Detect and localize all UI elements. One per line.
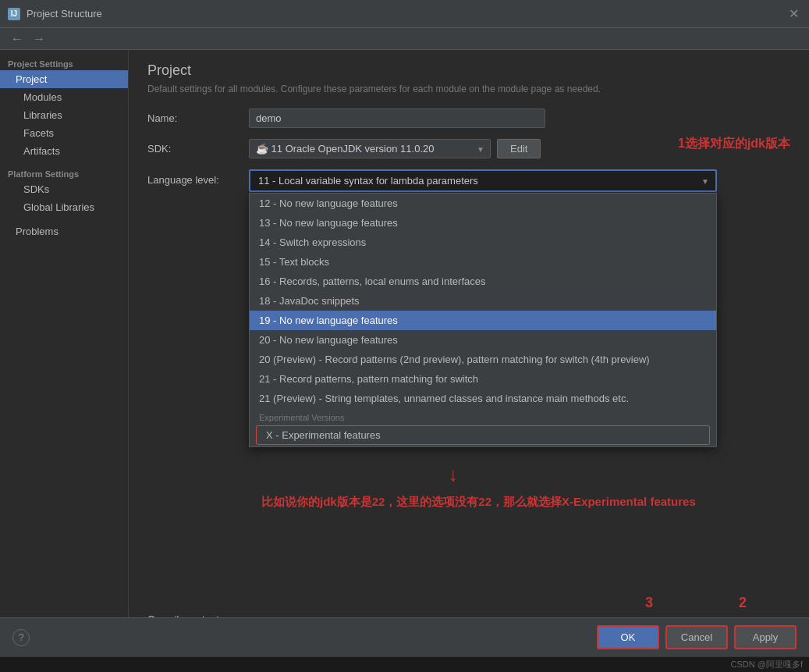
project-settings-label: Project Settings <box>0 56 128 70</box>
dropdown-item-14[interactable]: 14 - Switch expressions <box>250 233 716 252</box>
sidebar-item-facets[interactable]: Facets <box>0 124 128 142</box>
sidebar-item-problems[interactable]: Problems <box>0 222 128 240</box>
language-level-row: Language level: 11 - Local variable synt… <box>147 169 790 192</box>
page-description: Default settings for all modules. Config… <box>147 84 790 94</box>
lang-level-container: 11 - Local variable syntax for lambda pa… <box>249 169 717 192</box>
apply-button[interactable]: Apply <box>734 625 797 649</box>
dropdown-item-21p[interactable]: 21 (Preview) - String templates, unnamed… <box>250 389 716 408</box>
dropdown-item-19[interactable]: 19 - No new language features <box>250 311 716 330</box>
sidebar-item-artifacts[interactable]: Artifacts <box>0 142 128 160</box>
page-title: Project <box>147 62 790 79</box>
sidebar-item-libraries[interactable]: Libraries <box>0 106 128 124</box>
sidebar-item-project[interactable]: Project <box>0 70 128 88</box>
sidebar-item-modules[interactable]: Modules <box>0 88 128 106</box>
sdk-row: SDK: ☕ 11 Oracle OpenJDK version 11.0.20… <box>147 139 790 158</box>
annotation-main-text: 比如说你的jdk版本是22，这里的选项没有22，那么就选择X-Experimen… <box>261 495 696 510</box>
help-button[interactable]: ? <box>12 629 30 646</box>
dropdown-item-13[interactable]: 13 - No new language features <box>250 213 716 233</box>
sidebar: Project Settings Project Modules Librari… <box>0 50 129 617</box>
content-area: Project Default settings for all modules… <box>129 50 809 617</box>
platform-settings-label: Platform Settings <box>0 166 128 180</box>
dropdown-item-18[interactable]: 18 - JavaDoc snippets <box>250 291 716 311</box>
sdk-label: SDK: <box>147 143 249 155</box>
back-button[interactable]: ← <box>6 30 28 48</box>
down-arrow-icon: ↓ <box>449 464 458 485</box>
annotation-jdk-version: 1选择对应的jdk版本 <box>678 136 790 152</box>
sdk-select-wrapper: ☕ 11 Oracle OpenJDK version 11.0.20 <box>249 139 491 158</box>
name-label: Name: <box>147 112 249 124</box>
edit-sdk-button[interactable]: Edit <box>497 139 541 158</box>
lang-level-wrapper: 11 - Local variable syntax for lambda pa… <box>249 169 717 192</box>
dropdown-item-16[interactable]: 16 - Records, patterns, local enums and … <box>250 272 716 291</box>
lang-level-select[interactable]: 11 - Local variable syntax for lambda pa… <box>249 169 717 192</box>
cancel-button[interactable]: Cancel <box>665 625 728 649</box>
name-row: Name: <box>147 108 790 128</box>
ok-button[interactable]: OK <box>597 625 659 649</box>
title-bar: IJ Project Structure ✕ <box>0 0 809 28</box>
lang-level-label: Language level: <box>147 169 249 186</box>
dropdown-item-20[interactable]: 20 - No new language features <box>250 330 716 350</box>
sidebar-item-sdks[interactable]: SDKs <box>0 180 128 198</box>
project-structure-dialog: IJ Project Structure ✕ ← → Project Setti… <box>0 0 809 672</box>
footer: 3 2 ? OK Cancel Apply <box>0 617 809 656</box>
dropdown-item-20p[interactable]: 20 (Preview) - Record patterns (2nd prev… <box>250 350 716 369</box>
app-icon: IJ <box>8 8 20 20</box>
main-content: Project Settings Project Modules Librari… <box>0 50 809 617</box>
close-button[interactable]: ✕ <box>786 6 801 22</box>
sdk-select[interactable]: ☕ 11 Oracle OpenJDK version 11.0.20 <box>249 139 491 158</box>
dropdown-item-21[interactable]: 21 - Record patterns, pattern matching f… <box>250 369 716 389</box>
watermark-text: CSDN @阿里嘎多f <box>731 659 803 670</box>
dropdown-item-15[interactable]: 15 - Text blocks <box>250 252 716 272</box>
experimental-section-label: Experimental Versions <box>250 408 716 424</box>
nav-bar: ← → <box>0 28 809 50</box>
dialog-title: Project Structure <box>27 8 786 20</box>
dropdown-item-12[interactable]: 12 - No new language features <box>250 194 716 213</box>
sidebar-item-global-libraries[interactable]: Global Libraries <box>0 198 128 216</box>
bottom-bar: CSDN @阿里嘎多f <box>0 656 809 672</box>
sdk-controls: ☕ 11 Oracle OpenJDK version 11.0.20 Edit <box>249 139 541 158</box>
forward-button[interactable]: → <box>28 30 50 48</box>
dropdown-item-x[interactable]: X - Experimental features <box>256 425 710 445</box>
name-input[interactable] <box>249 108 545 128</box>
language-level-dropdown: 12 - No new language features 13 - No ne… <box>249 193 717 447</box>
